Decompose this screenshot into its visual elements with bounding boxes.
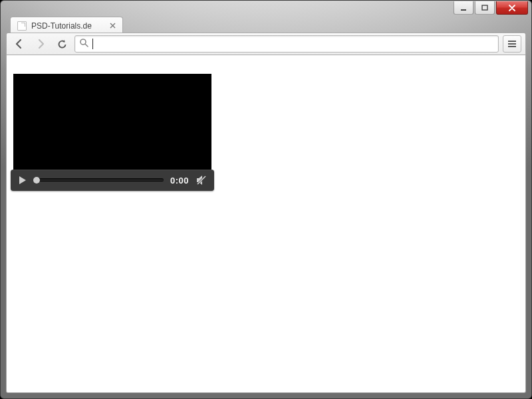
page-viewport: 0:00 bbox=[6, 55, 526, 393]
forward-button[interactable] bbox=[32, 35, 49, 53]
svg-rect-1 bbox=[482, 5, 487, 10]
tab-strip: PSD-Tutorials.de bbox=[10, 15, 522, 34]
maximize-button[interactable] bbox=[475, 1, 495, 15]
mute-button[interactable] bbox=[196, 175, 207, 186]
browser-menu-button[interactable] bbox=[503, 35, 521, 53]
back-button[interactable] bbox=[11, 35, 28, 53]
svg-rect-4 bbox=[508, 43, 516, 45]
browser-toolbar bbox=[6, 33, 526, 55]
svg-rect-0 bbox=[461, 9, 466, 11]
text-caret bbox=[92, 39, 93, 49]
video-controls-bar: 0:00 bbox=[11, 170, 214, 191]
svg-rect-5 bbox=[508, 46, 516, 47]
url-input[interactable] bbox=[97, 37, 494, 51]
tab-close-button[interactable] bbox=[108, 21, 117, 30]
window-close-button[interactable] bbox=[496, 1, 528, 15]
window-caption-buttons bbox=[454, 1, 528, 15]
browser-window: PSD-Tutorials.de bbox=[0, 0, 532, 399]
progress-knob[interactable] bbox=[33, 177, 40, 184]
video-player[interactable]: 0:00 bbox=[13, 74, 211, 187]
video-progress-bar[interactable] bbox=[35, 178, 164, 182]
page-icon bbox=[17, 21, 27, 31]
tab-title: PSD-Tutorials.de bbox=[31, 21, 92, 31]
page-body: 0:00 bbox=[7, 55, 525, 205]
video-time: 0:00 bbox=[170, 176, 189, 186]
reload-button[interactable] bbox=[53, 35, 70, 53]
play-button[interactable] bbox=[17, 175, 28, 186]
search-icon bbox=[79, 38, 88, 50]
browser-tab[interactable]: PSD-Tutorials.de bbox=[10, 17, 123, 34]
address-bar[interactable] bbox=[74, 35, 499, 53]
svg-rect-3 bbox=[508, 41, 516, 42]
minimize-button[interactable] bbox=[454, 1, 473, 15]
